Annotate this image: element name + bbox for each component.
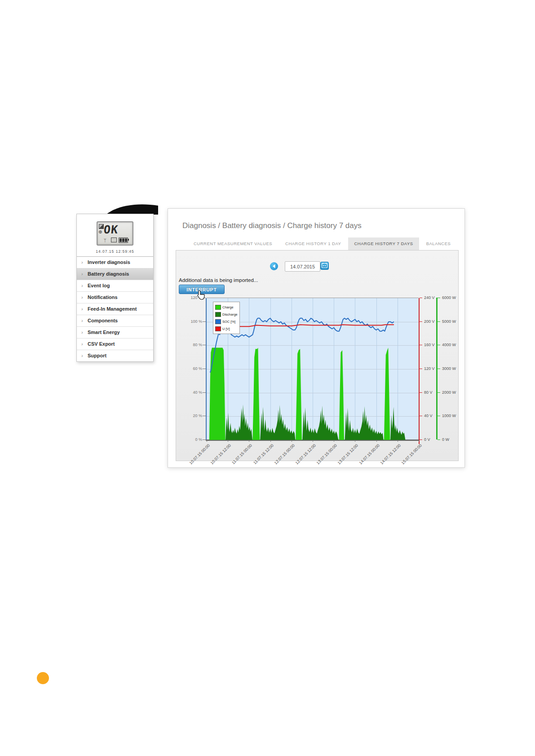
voltage-axis-tick (420, 416, 422, 416)
import-status-text: Additional data is being imported... (179, 277, 258, 283)
time-axis-tick (313, 440, 313, 442)
sidebar-item-event-log[interactable]: ›Event log (77, 280, 153, 291)
tab-charge-history-7-days[interactable]: CHARGE HISTORY 7 DAYS (348, 237, 419, 250)
chevron-right-icon: › (81, 280, 83, 291)
chevron-right-icon: › (81, 327, 83, 338)
voltage-axis-tick-label: 240 V (424, 295, 435, 300)
voltage-axis-line (419, 298, 420, 444)
power-axis-tick-label: 4000 W (442, 343, 456, 347)
legend-entry: SOC [%] (215, 318, 238, 325)
sidebar-item-label: Notifications (88, 294, 118, 300)
soc-axis-tick-label: 20 % (193, 413, 202, 418)
sidebar-panel: ⊕ OK ᛘ 14.07.15 12:59:45 ›Inverter diagn… (76, 214, 154, 362)
date-input[interactable] (285, 261, 320, 272)
soc-axis-tick-label: 60 % (193, 366, 202, 371)
series-u-v- (221, 325, 394, 332)
voltage-axis-tick (420, 321, 422, 322)
sidebar-item-csv-export[interactable]: ›CSV Export (77, 338, 153, 350)
page-bullet (37, 672, 49, 684)
page: ⊕ OK ᛘ 14.07.15 12:59:45 ›Inverter diagn… (0, 0, 535, 756)
soc-axis-tick (203, 392, 206, 393)
sidebar-item-label: Event log (88, 283, 110, 288)
soc-axis-tick (203, 440, 206, 440)
main-panel: Diagnosis / Battery diagnosis / Charge h… (168, 208, 465, 468)
time-axis-tick (398, 440, 398, 442)
device-lcd-screen: ⊕ OK ᛘ (97, 221, 133, 246)
sidebar-item-label: Smart Energy (88, 330, 120, 335)
power-axis-tick (438, 345, 440, 345)
time-axis-tick (419, 440, 419, 442)
power-axis-tick (438, 416, 440, 416)
voltage-axis-tick-label: 0 V (424, 437, 430, 442)
sidebar-item-label: Support (88, 353, 106, 358)
voltage-axis-tick (420, 369, 422, 369)
power-axis-tick-label: 1000 W (442, 413, 456, 418)
sidebar-item-smart-energy[interactable]: ›Smart Energy (77, 326, 153, 338)
sidebar-item-label: Components (88, 318, 118, 323)
tab-balances[interactable]: BALANCES (420, 237, 457, 250)
chevron-right-icon: › (81, 338, 83, 350)
soc-axis-tick (203, 345, 206, 345)
sidebar-item-inverter-diagnosis[interactable]: ›Inverter diagnosis (77, 257, 153, 268)
sidebar-item-feed-in-management[interactable]: ›Feed-In Management (77, 303, 153, 315)
time-axis-tick (207, 440, 207, 442)
voltage-axis-tick-label: 160 V (424, 343, 435, 347)
solar-panel-icon (99, 224, 104, 229)
legend-swatch (215, 305, 221, 310)
soc-axis-tick (203, 416, 206, 416)
tab-charge-history-1-day[interactable]: CHARGE HISTORY 1 DAY (279, 237, 347, 250)
device-timestamp: 14.07.15 12:59:45 (77, 249, 153, 254)
previous-day-button[interactable] (270, 262, 278, 270)
sidebar-item-battery-diagnosis[interactable]: ›Battery diagnosis (77, 268, 153, 280)
sidebar-item-support[interactable]: ›Support (77, 350, 153, 361)
soc-axis-tick-label: 100 % (190, 319, 202, 324)
soc-axis-tick-label: 0 % (195, 437, 202, 442)
tab-bar: CURRENT MEASUREMENT VALUESCHARGE HISTORY… (188, 237, 458, 250)
time-axis-tick (376, 440, 377, 442)
legend-label: SOC [%] (222, 320, 235, 324)
voltage-axis-tick-label: 120 V (424, 366, 435, 371)
soc-axis-tick (203, 321, 206, 322)
tab-current-measurement-values[interactable]: CURRENT MEASUREMENT VALUES (188, 237, 278, 250)
sidebar-item-label: Feed-In Management (88, 306, 137, 312)
legend-entry: Discharge (215, 311, 238, 318)
power-axis-tick-label: 5000 W (442, 319, 456, 324)
device-status-text: OK (103, 223, 119, 236)
legend-swatch (215, 312, 221, 317)
voltage-axis-tick (420, 392, 422, 393)
power-axis-tick (438, 298, 440, 298)
sidebar-menu: ›Inverter diagnosis›Battery diagnosis›Ev… (77, 257, 153, 361)
sidebar-item-label: Battery diagnosis (88, 271, 129, 277)
device-display: ⊕ OK ᛘ 14.07.15 12:59:45 (77, 214, 153, 257)
chevron-right-icon: › (81, 268, 83, 280)
sidebar-item-label: Inverter diagnosis (88, 259, 130, 265)
hand-cursor-icon (196, 290, 205, 300)
voltage-axis-tick-label: 40 V (424, 413, 433, 418)
time-axis-tick (270, 440, 271, 442)
legend-label: U [V] (222, 327, 230, 331)
time-axis-tick (355, 440, 355, 442)
calendar-button[interactable] (320, 262, 329, 270)
sidebar-item-components[interactable]: ›Components (77, 315, 153, 326)
chevron-right-icon: › (81, 292, 83, 303)
chevron-right-icon: › (81, 350, 83, 361)
power-axis-tick (438, 440, 440, 440)
legend-swatch (215, 319, 221, 324)
battery-icon (119, 237, 128, 243)
legend-label: Discharge (222, 312, 238, 316)
soc-axis-tick-label: 80 % (193, 343, 202, 347)
legend-entry: U [V] (215, 325, 238, 332)
sidebar-item-notifications[interactable]: ›Notifications (77, 291, 153, 303)
voltage-axis-tick (420, 440, 422, 440)
globe-icon: ⊕ (98, 230, 102, 234)
calendar-icon (322, 263, 327, 268)
power-axis-tick-label: 3000 W (442, 366, 456, 371)
chevron-right-icon: › (81, 315, 83, 326)
legend-label: Charge (222, 305, 234, 309)
feed-in-icon: ᛘ (104, 238, 106, 243)
legend-swatch (215, 326, 221, 331)
chart-panel: Additional data is being imported... INT… (176, 250, 459, 461)
power-axis-tick (438, 369, 440, 369)
power-axis-tick (438, 392, 440, 393)
chevron-right-icon: › (81, 257, 83, 268)
